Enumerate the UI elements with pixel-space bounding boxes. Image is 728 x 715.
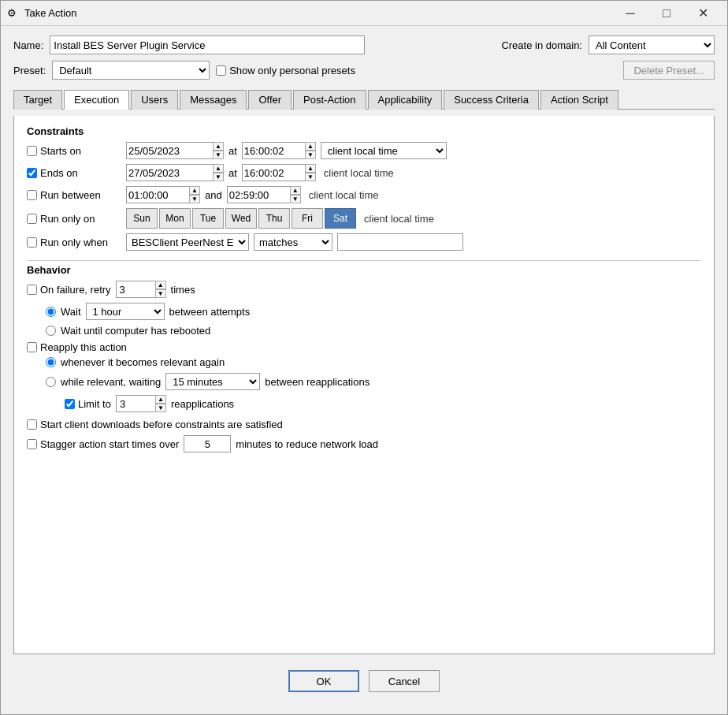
limit-down[interactable]: ▼	[155, 404, 166, 412]
ends-date-up[interactable]: ▲	[213, 164, 224, 173]
starts-on-checkbox[interactable]	[27, 146, 37, 156]
retry-count-wrap: ▲ ▼	[116, 281, 166, 298]
while-relevant-option[interactable]: while relevant, waiting	[46, 376, 161, 388]
day-fri[interactable]: Fri	[292, 208, 323, 229]
run-between-start-wrap: ▲ ▼	[126, 186, 200, 203]
starts-on-timezone[interactable]: client local time UTC	[321, 142, 447, 159]
whenever-option[interactable]: whenever it becomes relevant again	[46, 356, 225, 368]
run-when-value[interactable]	[337, 233, 463, 251]
reapply-interval[interactable]: 15 minutes 30 minutes 1 hour	[165, 373, 260, 390]
day-tue[interactable]: Tue	[192, 208, 224, 229]
name-input[interactable]	[50, 35, 365, 54]
ok-button[interactable]: OK	[288, 670, 359, 692]
day-sun[interactable]: Sun	[126, 208, 158, 229]
starts-on-label[interactable]: Starts on	[27, 145, 121, 157]
day-wed[interactable]: Wed	[225, 208, 257, 229]
on-failure-checkbox[interactable]	[27, 285, 37, 295]
tab-messages[interactable]: Messages	[180, 90, 247, 110]
run-between-label[interactable]: Run between	[27, 189, 121, 201]
day-sat[interactable]: Sat	[325, 208, 356, 229]
domain-select[interactable]: All Content	[589, 35, 715, 54]
date-up-btn[interactable]: ▲	[213, 142, 224, 151]
tab-offer[interactable]: Offer	[248, 90, 292, 110]
rb-end-up[interactable]: ▲	[290, 186, 301, 195]
run-only-on-checkbox[interactable]	[27, 214, 37, 224]
rb-start-spinner: ▲ ▼	[189, 186, 200, 203]
maximize-button[interactable]: □	[648, 1, 685, 26]
limit-checkbox[interactable]	[65, 399, 75, 409]
on-failure-label[interactable]: On failure, retry	[27, 284, 111, 296]
retry-count[interactable]	[116, 281, 155, 298]
day-mon[interactable]: Mon	[159, 208, 191, 229]
time-up-btn[interactable]: ▲	[305, 142, 316, 151]
rb-end-down[interactable]: ▼	[290, 195, 301, 203]
time-down-btn[interactable]: ▼	[305, 151, 316, 159]
minimize-button[interactable]: ─	[612, 1, 648, 26]
while-relevant-row: while relevant, waiting 15 minutes 30 mi…	[27, 373, 701, 390]
run-when-match[interactable]: matches contains equals	[254, 233, 332, 251]
limit-up[interactable]: ▲	[155, 395, 166, 404]
ends-on-time[interactable]	[242, 164, 305, 181]
window-title: Take Action	[24, 7, 612, 19]
reapply-label[interactable]: Reapply this action	[27, 341, 701, 353]
tab-success-criteria[interactable]: Success Criteria	[444, 90, 539, 110]
limit-row: Limit to ▲ ▼ reapplications	[27, 395, 701, 412]
retry-up[interactable]: ▲	[155, 281, 166, 289]
run-when-property[interactable]: BESClient PeerNest E	[126, 233, 249, 251]
date-down-btn[interactable]: ▼	[213, 151, 224, 159]
wait-reboot-row: Wait until computer has rebooted	[27, 325, 701, 337]
day-buttons: Sun Mon Tue Wed Thu Fri Sat	[126, 208, 356, 229]
time-spinner: ▲ ▼	[305, 142, 316, 159]
while-relevant-radio[interactable]	[46, 377, 56, 387]
ends-time-down[interactable]: ▼	[305, 173, 316, 181]
wait-radio[interactable]	[46, 307, 56, 317]
rb-start-up[interactable]: ▲	[189, 186, 200, 195]
app-icon: ⚙	[7, 7, 20, 20]
preset-label: Preset:	[13, 65, 46, 76]
ends-on-checkbox[interactable]	[27, 168, 37, 178]
run-only-when-label[interactable]: Run only when	[27, 236, 121, 248]
ends-time-up[interactable]: ▲	[305, 164, 316, 173]
starts-on-time[interactable]	[242, 142, 305, 159]
stagger-checkbox[interactable]	[27, 439, 37, 449]
limit-count[interactable]	[116, 395, 155, 412]
ends-on-date[interactable]	[126, 164, 213, 181]
run-between-checkbox[interactable]	[27, 190, 37, 200]
run-only-on-label[interactable]: Run only on	[27, 213, 121, 225]
close-button[interactable]: ✕	[685, 1, 721, 26]
reapply-checkbox[interactable]	[27, 342, 37, 352]
cancel-button[interactable]: Cancel	[369, 670, 440, 692]
tab-applicability[interactable]: Applicability	[368, 90, 443, 110]
start-downloads-label[interactable]: Start client downloads before constraint…	[27, 419, 283, 430]
tab-target[interactable]: Target	[13, 90, 62, 110]
wait-option[interactable]: Wait	[46, 306, 81, 318]
wait-interval[interactable]: 1 hour 30 minutes 2 hours	[86, 303, 165, 320]
delete-preset-button[interactable]: Delete Preset...	[623, 61, 715, 80]
show-personal-label[interactable]: Show only personal presets	[216, 65, 355, 76]
rb-start-down[interactable]: ▼	[189, 195, 200, 203]
tab-execution[interactable]: Execution	[64, 90, 129, 110]
show-personal-checkbox[interactable]	[216, 65, 226, 76]
wait-reboot-option[interactable]: Wait until computer has rebooted	[46, 325, 210, 337]
whenever-radio[interactable]	[46, 357, 56, 367]
run-between-end[interactable]	[227, 186, 290, 203]
starts-on-date[interactable]	[126, 142, 213, 159]
starts-on-date-wrap: ▲ ▼	[126, 142, 224, 159]
tab-post-action[interactable]: Post-Action	[293, 90, 366, 110]
limit-label[interactable]: Limit to	[65, 398, 111, 410]
preset-select[interactable]: Default	[52, 61, 210, 80]
run-between-start[interactable]	[126, 186, 189, 203]
tab-users[interactable]: Users	[131, 90, 178, 110]
preset-row: Preset: Default Show only personal prese…	[13, 61, 715, 80]
ends-on-label[interactable]: Ends on	[27, 167, 121, 179]
stagger-value[interactable]	[184, 435, 231, 452]
start-downloads-checkbox[interactable]	[27, 419, 37, 430]
ends-date-down[interactable]: ▼	[213, 173, 224, 181]
day-thu[interactable]: Thu	[258, 208, 290, 229]
tab-action-script[interactable]: Action Script	[540, 90, 618, 110]
wait-reboot-radio[interactable]	[46, 326, 56, 336]
stagger-label[interactable]: Stagger action start times over	[27, 438, 179, 450]
behavior-title: Behavior	[27, 264, 701, 276]
run-only-when-checkbox[interactable]	[27, 237, 37, 248]
retry-down[interactable]: ▼	[155, 289, 166, 298]
